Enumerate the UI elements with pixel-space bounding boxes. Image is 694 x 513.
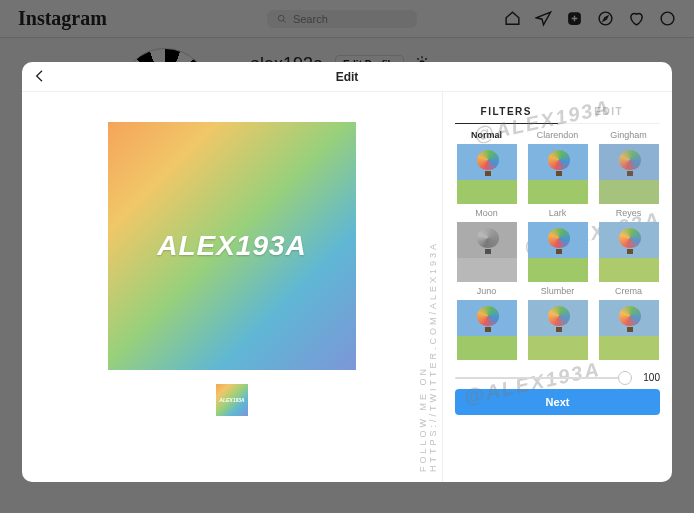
edit-modal: Edit ALEX193A ALEX193A FOLLOW ME ON HTTP… — [22, 62, 672, 482]
filter-crema[interactable]: Crema — [597, 286, 660, 360]
preview-pane: ALEX193A ALEX193A FOLLOW ME ON HTTPS://T… — [22, 92, 442, 482]
back-icon[interactable] — [32, 68, 48, 88]
slider-track[interactable] — [455, 377, 632, 379]
intensity-slider[interactable]: 100 — [455, 372, 660, 383]
tab-filters[interactable]: FILTERS — [455, 100, 558, 124]
filter-moon[interactable]: Moon — [455, 208, 518, 282]
filter-lark[interactable]: Lark — [526, 208, 589, 282]
filter-reyes[interactable]: Reyes — [597, 208, 660, 282]
image-thumbnail[interactable]: ALEX193A — [216, 384, 248, 416]
filter-gingham[interactable]: Gingham — [597, 130, 660, 204]
modal-header: Edit — [22, 62, 672, 92]
filter-juno[interactable]: Juno — [455, 286, 518, 360]
next-button[interactable]: Next — [455, 389, 660, 415]
slider-knob[interactable] — [618, 371, 632, 385]
slider-value: 100 — [638, 372, 660, 383]
image-preview: ALEX193A — [108, 122, 356, 370]
tab-edit[interactable]: EDIT — [558, 100, 661, 123]
modal-overlay: Edit ALEX193A ALEX193A FOLLOW ME ON HTTP… — [0, 0, 694, 513]
filters-pane: @ALEX193A @ALEX193A @ALEX193A FILTERS ED… — [442, 92, 672, 482]
preview-text: ALEX193A — [157, 230, 307, 262]
tabs: FILTERS EDIT — [455, 100, 660, 124]
filter-grid: Normal Clarendon Gingham Moon Lark Reyes… — [455, 130, 660, 364]
modal-title: Edit — [336, 70, 359, 84]
filter-normal[interactable]: Normal — [455, 130, 518, 204]
filter-slumber[interactable]: Slumber — [526, 286, 589, 360]
watermark-vertical: FOLLOW ME ON HTTPS://TWITTER.COM/ALEX193… — [418, 132, 438, 472]
filter-clarendon[interactable]: Clarendon — [526, 130, 589, 204]
